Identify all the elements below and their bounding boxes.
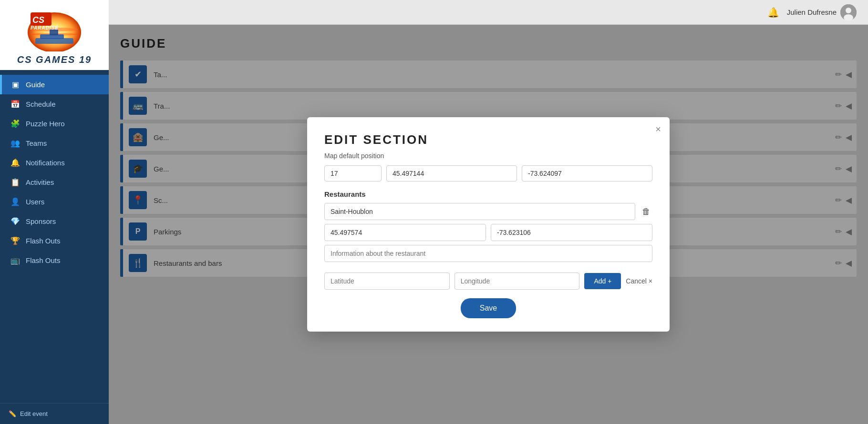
sidebar-item-label: Activities <box>26 178 54 186</box>
sidebar-nav: ▣ Guide 📅 Schedule 🧩 Puzzle Hero 👥 Teams… <box>0 70 109 403</box>
sidebar-item-puzzle-hero[interactable]: 🧩 Puzzle Hero <box>0 114 109 133</box>
topbar: 🔔 Julien Dufresne <box>109 0 868 25</box>
new-lat-input[interactable] <box>324 273 450 290</box>
sidebar-item-users[interactable]: 👤 Users <box>0 192 109 212</box>
sidebar-item-label: Sponsors <box>26 217 56 225</box>
new-lng-input[interactable] <box>455 273 580 290</box>
svg-text:PARADISE: PARADISE <box>31 25 59 30</box>
restaurant-coords-row <box>324 224 652 241</box>
map-lat-input[interactable] <box>386 165 517 182</box>
sidebar-item-label: Puzzle Hero <box>26 120 65 128</box>
edit-icon: ✏️ <box>9 410 16 417</box>
sidebar-logo: CS PARADISE CS GAMES 19 <box>0 0 109 70</box>
sidebar-item-label: Users <box>26 198 44 206</box>
activities-icon: 📋 <box>10 178 20 187</box>
screen-icon: 📺 <box>10 256 20 265</box>
add-button[interactable]: Add + <box>584 273 621 289</box>
sidebar-item-sponsors[interactable]: 💎 Sponsors <box>0 212 109 231</box>
sidebar-item-label: Schedule <box>26 100 56 108</box>
restaurant-name-input[interactable] <box>324 203 635 220</box>
restaurant-info-input[interactable] <box>324 245 652 262</box>
svg-point-11 <box>846 8 851 13</box>
edit-event-label: Edit event <box>20 410 48 417</box>
map-zoom-input[interactable] <box>324 165 382 182</box>
cancel-button[interactable]: Cancel × <box>626 277 652 285</box>
logo-svg: CS PARADISE <box>26 9 83 51</box>
sidebar-item-teams[interactable]: 👥 Teams <box>0 133 109 153</box>
save-button[interactable]: Save <box>461 298 516 318</box>
sidebar-footer: ✏️ Edit event <box>0 403 109 424</box>
content-area: GUIDE ✔ Ta... ✏ ◀ 🚌 Tra... ✏ ◀ 🏨 Ge... ✏… <box>109 25 868 424</box>
svg-text:CS: CS <box>32 15 44 25</box>
sidebar: CS PARADISE CS GAMES 19 ▣ Guide 📅 Schedu… <box>0 0 109 424</box>
edit-section-modal: × EDIT SECTION Map default position Rest… <box>307 117 670 332</box>
restaurant-name-row: 🗑 <box>324 203 652 220</box>
delete-restaurant-button[interactable]: 🗑 <box>640 205 652 219</box>
user-menu[interactable]: Julien Dufresne <box>787 4 857 20</box>
sidebar-item-activities[interactable]: 📋 Activities <box>0 172 109 192</box>
sidebar-item-label: Guide <box>26 81 45 89</box>
sidebar-item-competitions[interactable]: 🏆 Flash Outs <box>0 231 109 251</box>
trophy-icon: 🏆 <box>10 236 20 245</box>
edit-event-button[interactable]: ✏️ Edit event <box>9 410 100 417</box>
modal-close-button[interactable]: × <box>655 124 661 135</box>
sidebar-item-notifications[interactable]: 🔔 Notifications <box>0 153 109 172</box>
modal-overlay: × EDIT SECTION Map default position Rest… <box>109 25 868 424</box>
restaurants-label: Restaurants <box>324 190 652 198</box>
modal-title: EDIT SECTION <box>324 132 652 147</box>
sidebar-item-flash-outs[interactable]: 📺 Flash Outs <box>0 251 109 270</box>
restaurant-block: 🗑 <box>324 203 652 267</box>
modal-footer: Save <box>324 298 652 318</box>
sidebar-item-guide[interactable]: ▣ Guide <box>0 75 109 94</box>
avatar <box>840 4 857 20</box>
logo-graphic: CS PARADISE <box>26 9 83 51</box>
guide-icon: ▣ <box>10 80 20 89</box>
diamond-icon: 💎 <box>10 217 20 226</box>
sidebar-item-schedule[interactable]: 📅 Schedule <box>0 94 109 114</box>
notification-bell-icon[interactable]: 🔔 <box>767 7 779 18</box>
bell-icon: 🔔 <box>10 158 20 167</box>
restaurant-info-row <box>324 245 652 267</box>
restaurant-lng-input[interactable] <box>491 224 652 241</box>
user-name: Julien Dufresne <box>787 8 837 16</box>
sidebar-item-label: Flash Outs <box>26 237 61 245</box>
user-icon: 👤 <box>10 197 20 206</box>
main-content: 🔔 Julien Dufresne GUIDE ✔ Ta... ✏ ◀ 🚌 Tr… <box>109 0 868 424</box>
sidebar-item-label: Flash Outs <box>26 256 61 264</box>
teams-icon: 👥 <box>10 139 20 148</box>
map-position-row <box>324 165 652 182</box>
calendar-icon: 📅 <box>10 100 20 109</box>
sidebar-item-label: Notifications <box>26 159 65 167</box>
modal-subtitle: Map default position <box>324 152 652 160</box>
restaurant-lat-input[interactable] <box>324 224 486 241</box>
add-entry-row: Add + Cancel × <box>324 273 652 290</box>
cs-games-label: CS GAMES 19 <box>17 54 92 65</box>
sidebar-item-label: Teams <box>26 139 47 147</box>
puzzle-icon: 🧩 <box>10 119 20 128</box>
map-lng-input[interactable] <box>522 165 652 182</box>
